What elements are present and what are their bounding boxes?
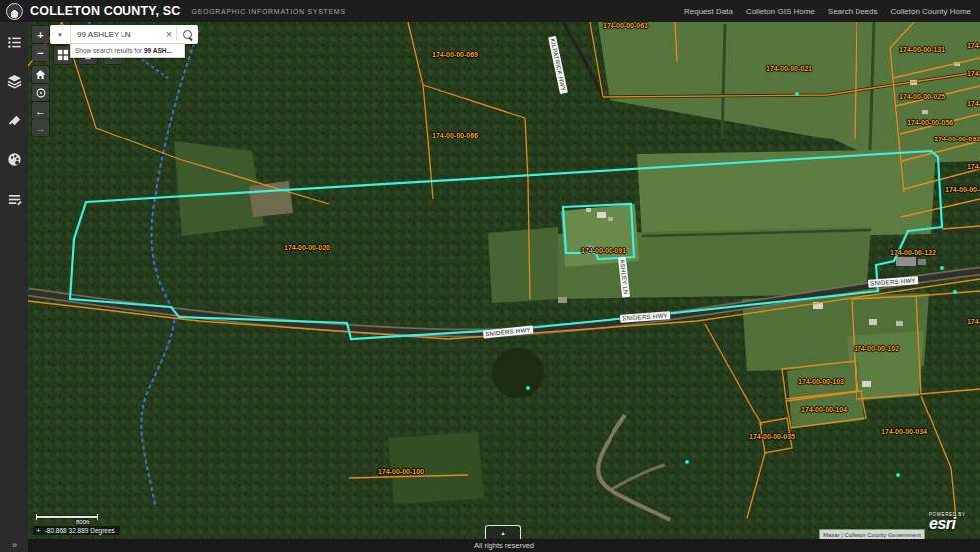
gis-application: COLLETON COUNTY, SC GEOGRAPHIC INFORMATI… <box>0 0 980 552</box>
clear-search-icon[interactable]: × <box>162 26 176 43</box>
map-attribution: Maxar | Colleton County Government <box>819 529 925 539</box>
road-label: SNIDERS HWY <box>868 276 918 287</box>
scale-bar <box>36 516 98 518</box>
parcel-label[interactable]: 174-00-00-0 <box>967 163 980 170</box>
road-label: SNIDERS HWY <box>483 325 533 338</box>
copyright-text: All rights reserved <box>474 541 534 550</box>
search-dropdown-button[interactable]: ▼ <box>50 25 71 44</box>
header-link[interactable]: Request Data <box>684 7 733 16</box>
parcel-label[interactable]: 174-00-00-092 <box>934 136 980 142</box>
back-button[interactable]: ← <box>32 102 49 119</box>
parcel-label[interactable]: 174-00-00-056 <box>907 119 953 126</box>
scale-label: 800ft <box>76 519 89 525</box>
left-sidebar: » <box>0 22 28 552</box>
suggestion-prefix: Show search results for <box>75 47 142 54</box>
parcel-label[interactable]: 174-00-00-066 <box>432 132 478 138</box>
parcel-label[interactable]: 174-00-00-069 <box>432 51 478 58</box>
parcel-label[interactable]: 174-00-00-0 <box>967 42 980 49</box>
road-label: SNIDERS HWY <box>620 311 670 322</box>
search-submit-button[interactable] <box>177 25 198 44</box>
crosshair-icon[interactable]: + <box>36 528 41 534</box>
coordinates-text: -80.868 32.889 Degrees <box>45 527 115 534</box>
parcel-label[interactable]: 174-00-00-122 <box>890 249 936 256</box>
header-link[interactable]: Search Deeds <box>828 7 878 16</box>
attribution-toggle-tab[interactable]: ▲ <box>485 525 521 539</box>
basemap-palette-icon[interactable] <box>0 148 28 170</box>
suggestion-term: 99 ASH... <box>144 47 172 54</box>
coordinates-readout: + -80.868 32.889 Degrees <box>33 526 120 535</box>
app-subtitle: GEOGRAPHIC INFORMATION SYSTEMS <box>192 8 346 15</box>
county-logo-icon <box>6 3 23 20</box>
parcel-label[interactable]: 174-00-00-061 <box>603 22 648 29</box>
road-label: ASHLEY LN <box>618 257 630 297</box>
parcel-label[interactable]: 174-00-00-050 <box>945 186 980 193</box>
parcel-label[interactable]: 174-00-00-025 <box>899 93 945 100</box>
expand-sidebar-button[interactable]: » <box>0 537 28 552</box>
forward-button[interactable]: → <box>32 119 49 136</box>
header-links: Request DataColleton GIS HomeSearch Deed… <box>684 7 971 16</box>
locate-button[interactable] <box>32 84 49 101</box>
map-canvas[interactable]: 174-00-00-061174-00-00-069174-00-00-0211… <box>28 22 980 539</box>
parcel-label[interactable]: 174-00-00-104 <box>801 406 847 413</box>
app-title: COLLETON COUNTY, SC <box>30 4 181 18</box>
road-label: KILPATRICK HWY <box>548 36 568 94</box>
header-link[interactable]: Colleton GIS Home <box>746 7 815 16</box>
parcel-label[interactable]: 174-00-00-100 <box>378 468 424 475</box>
magnifier-icon <box>183 30 192 39</box>
parcel-label[interactable]: 174-00-00-103 <box>798 378 844 385</box>
draw-tools-icon[interactable] <box>0 109 28 131</box>
esri-wordmark: esri <box>929 517 966 531</box>
parcel-label[interactable]: 174-00-00-091 <box>581 247 626 254</box>
parcel-label[interactable]: 174-00-00-102 <box>854 345 899 352</box>
parcel-label[interactable]: 174-00-00-020 <box>284 244 330 251</box>
header-link[interactable]: Colleton County Home <box>891 7 971 16</box>
search-widget: ▼ × <box>50 25 198 44</box>
search-suggestion[interactable]: Show search results for 99 ASH... <box>70 43 185 58</box>
parcel-label[interactable]: 174-00-00-131 <box>899 46 945 53</box>
parcel-label[interactable]: 174-00-00-0 <box>967 318 980 325</box>
parcel-label[interactable]: 174-00-00-021 <box>766 65 812 72</box>
parcel-label[interactable]: 174-00-00-0 <box>967 100 980 107</box>
home-button[interactable] <box>32 66 49 83</box>
map-labels: 174-00-00-061174-00-00-069174-00-00-0211… <box>28 22 980 539</box>
zoom-in-button[interactable]: + <box>32 26 49 43</box>
app-header: COLLETON COUNTY, SC GEOGRAPHIC INFORMATI… <box>0 0 980 22</box>
layers-icon[interactable] <box>0 70 28 92</box>
footer-bar: All rights reserved <box>28 539 980 552</box>
layer-list-icon[interactable] <box>0 188 28 210</box>
parcel-label[interactable]: 174-00-00-034 <box>881 428 927 435</box>
esri-logo: POWERED BY esri <box>929 512 966 531</box>
parcel-label[interactable]: 174-00-00-0 <box>967 70 980 77</box>
parcel-label[interactable]: 174-00-00-035 <box>749 433 795 440</box>
legend-list-icon[interactable] <box>0 31 28 53</box>
zoom-out-button[interactable]: − <box>32 44 49 61</box>
search-input[interactable] <box>71 26 162 43</box>
